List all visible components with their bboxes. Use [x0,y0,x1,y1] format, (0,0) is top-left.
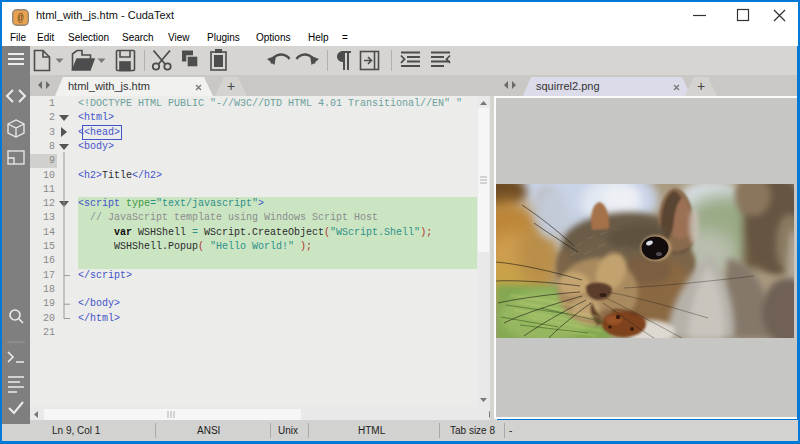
svg-text:@: @ [17,13,23,24]
